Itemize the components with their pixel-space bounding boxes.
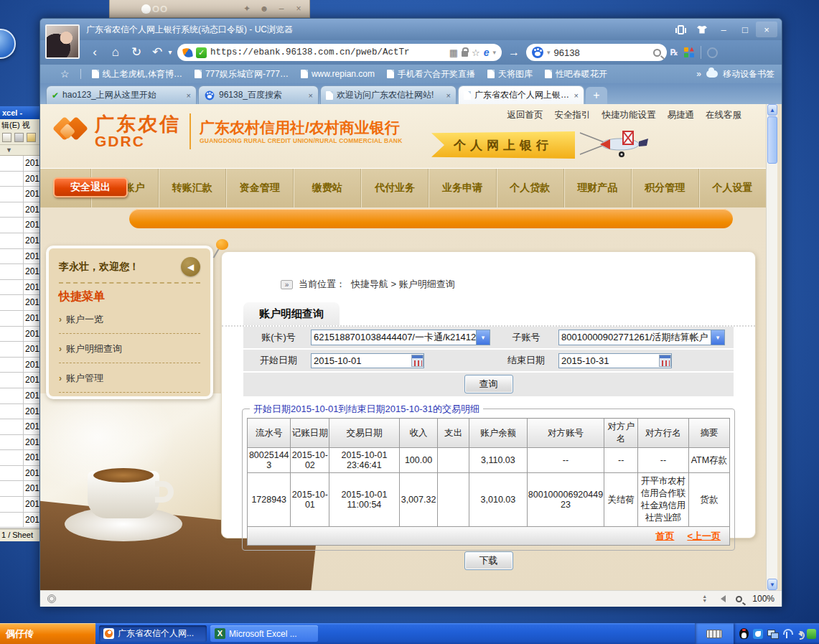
zoom-level[interactable]: 100% [752, 594, 774, 604]
sidebar-item-account-detail-query[interactable]: › 账户明细查询 [59, 340, 200, 357]
shake-icon[interactable] [670, 22, 691, 37]
mobile-bookmarks-label[interactable]: 移动设备书签 [723, 68, 774, 80]
mute-icon[interactable] [717, 595, 726, 602]
bookmark-item[interactable]: 性吧春暖花开 [545, 68, 607, 80]
link-yijietong[interactable]: 易捷通 [668, 109, 695, 121]
chevron-down-icon[interactable]: ▾ [476, 330, 490, 345]
qr-code-icon[interactable]: ▦ [449, 47, 458, 58]
user-avatar[interactable] [45, 24, 80, 59]
qq-tray-icon[interactable] [739, 628, 749, 639]
maximize-button[interactable]: □ [734, 22, 756, 37]
bookmark-item[interactable]: 线上老虎机,体育博… [92, 68, 182, 80]
link-online-service[interactable]: 在线客服 [706, 109, 741, 121]
prev-page-link[interactable]: <上一页 [687, 530, 721, 543]
back-button[interactable]: ‹ [86, 45, 103, 60]
tab-ebank-active[interactable]: 广东省农信个人网上银行系 × [458, 85, 584, 104]
logout-button[interactable]: 安全退出 [53, 177, 128, 197]
chevron-down-icon[interactable]: ▾ [711, 330, 724, 345]
account-select[interactable]: 6215188701038444407/一卡通/k214120 ▾ [311, 330, 490, 345]
search-box[interactable]: ▾ 96138 [526, 44, 667, 61]
calendar-icon[interactable] [411, 355, 423, 367]
home-button[interactable]: ⌂ [107, 45, 124, 60]
favorite-star-icon[interactable]: ☆ [472, 47, 480, 58]
tab-baidu-search[interactable]: 96138_百度搜索 × [198, 85, 319, 104]
scroll-up-button[interactable]: ▲ [767, 104, 777, 116]
scroll-down-button[interactable]: ▼ [767, 579, 777, 590]
excel-window-fragment[interactable]: xcel - 辑(E) 视 ▼ 201201201201201201201201… [0, 106, 40, 541]
floating-launcher-button[interactable] [0, 29, 16, 59]
baidu-paw-icon[interactable] [532, 47, 543, 58]
ie-compat-icon[interactable]: e [484, 47, 490, 58]
bookmark-star-icon[interactable]: ☆ [60, 68, 70, 80]
nav-settings[interactable]: 个人设置 [698, 169, 766, 207]
excel-print-icon[interactable] [14, 133, 24, 142]
wireless-tray-icon[interactable] [782, 629, 791, 638]
nav-funds[interactable]: 资金管理 [225, 169, 293, 207]
compat-dropdown-icon[interactable]: ▾ [492, 49, 496, 56]
bookmark-item[interactable]: 777娱乐城官网-777… [195, 68, 289, 80]
keyboard-icon[interactable] [706, 630, 722, 638]
tab-close-icon[interactable]: × [446, 91, 451, 100]
tab-close-icon[interactable]: × [187, 91, 191, 100]
tab-hao123[interactable]: ✔ hao123_上网从这里开始 × [46, 85, 197, 104]
excel-save-icon[interactable] [2, 133, 11, 142]
search-engine-dropdown-icon[interactable]: ▾ [547, 49, 551, 56]
excel-name-box-caret[interactable]: ▼ [6, 146, 12, 154]
refresh-button[interactable]: ↻ [128, 45, 145, 60]
bookmark-item[interactable]: www.repian.com [301, 69, 375, 79]
nav-loans[interactable]: 个人贷款 [496, 169, 563, 207]
qq-minimize-button[interactable]: – [276, 4, 286, 14]
tab-gdrc-site[interactable]: 欢迎访问广东农信社网站! × [320, 85, 457, 104]
scrollbar-thumb[interactable] [767, 116, 777, 164]
nav-apply[interactable]: 业务申请 [428, 169, 495, 207]
query-button[interactable]: 查询 [464, 375, 513, 393]
volume-tray-icon[interactable] [795, 631, 802, 637]
search-icon[interactable] [653, 49, 661, 57]
tab-close-icon[interactable]: × [309, 91, 313, 100]
search-input[interactable]: 96138 [554, 47, 650, 58]
taskbar-button-excel[interactable]: X Microsoft Excel ... [210, 625, 318, 642]
start-date-input[interactable]: 2015-10-01 [311, 353, 424, 368]
nav-points[interactable]: 积分管理 [631, 169, 698, 207]
excel-title-bar[interactable]: xcel - [0, 106, 39, 119]
qq-medal-icon[interactable]: ✦ [242, 4, 252, 14]
nav-transfer[interactable]: 转账汇款 [158, 169, 225, 207]
bookmarks-overflow-button[interactable]: » [696, 69, 701, 79]
session-ring-icon[interactable] [707, 47, 718, 58]
nav-wealth[interactable]: 理财产品 [563, 169, 631, 207]
sidebar-item-account-manage[interactable]: › 账户管理 [59, 369, 200, 386]
new-tab-button[interactable]: + [586, 87, 607, 104]
tab-close-icon[interactable]: × [574, 91, 579, 100]
link-security-guide[interactable]: 安全指引 [555, 109, 591, 121]
nav-bill-pay[interactable]: 缴费站 [293, 169, 360, 207]
nav-agency[interactable]: 代付业务 [360, 169, 428, 207]
wangwang-tray-icon[interactable] [753, 629, 763, 639]
sidebar-item-account-overview[interactable]: › 账户一览 [59, 310, 200, 327]
security-tray-icon[interactable] [807, 629, 816, 639]
download-button[interactable]: 下载 [464, 551, 513, 570]
network-tray-icon[interactable] [767, 630, 778, 638]
calendar-icon[interactable] [659, 355, 671, 367]
bookmark-item[interactable]: 天将图库 [487, 68, 533, 80]
input-method-segment[interactable] [695, 623, 734, 644]
subaccount-select[interactable]: 80010000902771261/活期结算帐户 ▾ [558, 330, 725, 345]
excel-menu-bar[interactable]: 辑(E) 视 [0, 119, 39, 131]
gear-icon[interactable] [47, 594, 56, 603]
browser-title-bar[interactable]: 广东省农信个人网上银行系统(动态口令版) - UC浏览器 – □ × [40, 19, 782, 40]
undo-dropdown-icon[interactable]: ▾ [167, 45, 174, 60]
first-page-link[interactable]: 首页 [655, 530, 674, 543]
minimize-button[interactable]: – [713, 22, 734, 37]
excel-paste-icon[interactable] [27, 133, 36, 142]
undo-button[interactable]: ↶ [149, 45, 166, 60]
link-home[interactable]: 返回首页 [507, 109, 543, 121]
cloud-bookmarks-icon[interactable] [706, 70, 718, 78]
taskbar-button-browser[interactable]: 广东省农信个人网... [99, 625, 207, 642]
page-updown-icon[interactable]: ▲ ▼ [702, 594, 707, 603]
qq-close-button[interactable]: × [294, 4, 304, 14]
end-date-input[interactable]: 2015-10-31 [558, 353, 672, 368]
taskbar-button-game[interactable]: 偶仔传 [0, 623, 95, 644]
ad-block-icon[interactable]: ℞ [670, 47, 678, 57]
skin-icon[interactable] [691, 22, 713, 37]
link-quick-settings[interactable]: 快捷功能设置 [602, 109, 656, 121]
page-scrollbar[interactable]: ▲ ▼ [766, 104, 777, 590]
